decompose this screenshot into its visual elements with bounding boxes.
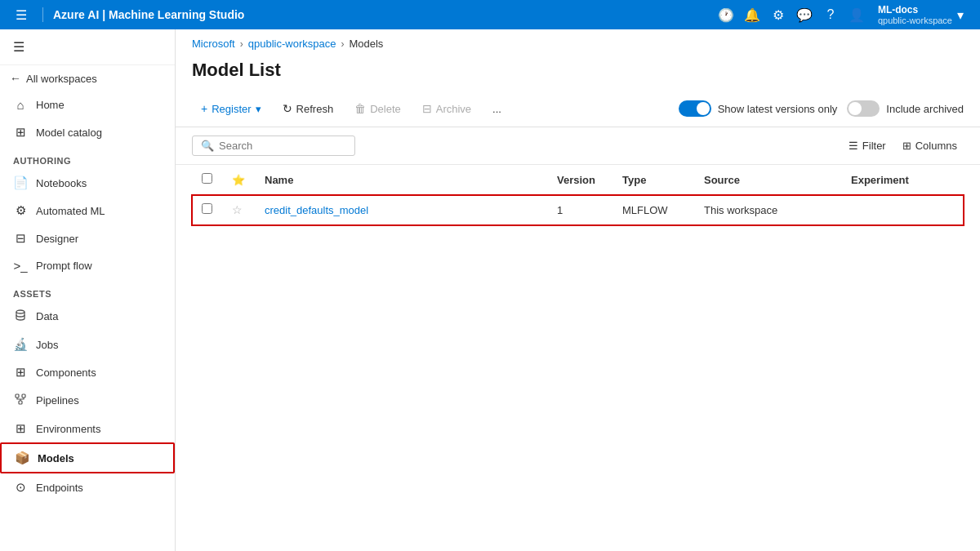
archive-icon: ⊟ <box>422 102 432 115</box>
filter-icon: ☰ <box>849 140 858 152</box>
search-icon: 🔍 <box>201 140 214 152</box>
row-type-cell: MLFLOW <box>612 195 694 225</box>
jobs-icon: 🔬 <box>13 337 28 352</box>
model-name-link[interactable]: credit_defaults_model <box>265 204 368 216</box>
archive-button[interactable]: ⊟ Archive <box>413 97 480 120</box>
assets-section-label: Assets <box>0 279 175 302</box>
sidebar-item-endpoints[interactable]: ⊙ Endpoints <box>0 473 175 501</box>
environments-icon: ⊞ <box>13 421 28 436</box>
sidebar-item-prompt-flow-label: Prompt flow <box>36 260 92 272</box>
breadcrumb-sep-2: › <box>341 38 344 50</box>
settings-icon[interactable]: ⚙ <box>767 3 790 26</box>
models-icon: 📦 <box>15 451 29 465</box>
user-avatar-icon[interactable]: 👤 <box>845 3 868 26</box>
columns-icon: ⊞ <box>902 140 911 152</box>
back-to-workspaces[interactable]: ← All workspaces <box>0 65 175 91</box>
show-latest-toggle-group: Show latest versions only <box>679 100 838 117</box>
sidebar-item-data[interactable]: Data <box>0 302 175 331</box>
help-icon[interactable]: ? <box>819 3 842 26</box>
sidebar-item-model-catalog-label: Model catalog <box>36 127 102 139</box>
toggle-knob <box>697 102 710 115</box>
search-input[interactable] <box>219 140 333 152</box>
components-icon: ⊞ <box>13 365 28 380</box>
refresh-icon: ↻ <box>283 102 292 115</box>
topbar: ☰ Azure AI | Machine Learning Studio 🕐 🔔… <box>0 0 980 29</box>
row-version-cell: 1 <box>547 195 612 225</box>
topbar-left: ☰ Azure AI | Machine Learning Studio <box>10 3 244 26</box>
sidebar-item-designer[interactable]: ⊟ Designer <box>0 224 175 252</box>
sidebar-hamburger[interactable]: ☰ <box>10 36 165 58</box>
star-icon[interactable]: ☆ <box>232 203 243 216</box>
show-latest-toggle[interactable] <box>679 100 711 117</box>
sidebar-item-endpoints-label: Endpoints <box>36 482 83 494</box>
sidebar-item-jobs-label: Jobs <box>36 339 58 351</box>
main-layout: ☰ ← All workspaces ⌂ Home ⊞ Model catalo… <box>0 29 980 551</box>
col-header-experiment: Experiment <box>841 165 964 195</box>
sidebar-item-jobs[interactable]: 🔬 Jobs <box>0 331 175 358</box>
sidebar-item-home[interactable]: ⌂ Home <box>0 91 175 118</box>
svg-rect-1 <box>16 394 19 398</box>
refresh-button[interactable]: ↻ Refresh <box>274 97 343 120</box>
sidebar-item-environments[interactable]: ⊞ Environments <box>0 415 175 442</box>
history-icon[interactable]: 🕐 <box>715 3 737 26</box>
user-workspace: qpublic-workspace <box>878 16 952 25</box>
filter-button[interactable]: ☰ Filter <box>842 136 893 156</box>
refresh-label: Refresh <box>296 103 334 115</box>
register-button[interactable]: + Register ▾ <box>192 97 270 120</box>
col-header-checkbox <box>192 165 222 195</box>
designer-icon: ⊟ <box>13 231 28 246</box>
archive-label: Archive <box>436 103 471 115</box>
sidebar-item-models[interactable]: 📦 Models <box>0 442 175 473</box>
sidebar-item-automated-ml[interactable]: ⚙ Automated ML <box>0 197 175 224</box>
breadcrumb-current: Models <box>349 38 383 50</box>
show-latest-label: Show latest versions only <box>718 103 838 115</box>
row-checkbox-cell <box>192 195 222 225</box>
sidebar-item-model-catalog[interactable]: ⊞ Model catalog <box>0 118 175 146</box>
include-archived-toggle[interactable] <box>847 100 880 117</box>
toggle-knob-2 <box>849 102 862 115</box>
sidebar-item-components[interactable]: ⊞ Components <box>0 358 175 386</box>
delete-label: Delete <box>370 103 401 115</box>
sidebar-item-environments-label: Environments <box>36 423 100 435</box>
breadcrumb-microsoft[interactable]: Microsoft <box>192 38 235 50</box>
columns-button[interactable]: ⊞ Columns <box>896 136 964 156</box>
filter-label: Filter <box>862 140 886 152</box>
row-checkbox[interactable] <box>202 203 212 214</box>
data-icon <box>13 309 28 324</box>
more-button[interactable]: ... <box>483 98 510 120</box>
sidebar-item-pipelines[interactable]: Pipelines <box>0 386 175 415</box>
sidebar-item-notebooks[interactable]: 📄 Notebooks <box>0 169 175 197</box>
search-input-wrap[interactable]: 🔍 <box>192 136 355 156</box>
sidebar-item-automated-ml-label: Automated ML <box>36 205 105 217</box>
back-label: All workspaces <box>26 73 97 85</box>
col-header-name: Name <box>255 165 547 195</box>
model-catalog-icon: ⊞ <box>13 125 28 140</box>
delete-button[interactable]: 🗑 Delete <box>345 97 410 120</box>
col-header-star: ⭐ <box>222 165 255 195</box>
home-icon: ⌂ <box>13 98 28 112</box>
row-experiment-cell <box>841 195 964 225</box>
feedback-icon[interactable]: 💬 <box>793 3 816 26</box>
user-info: ML-docs qpublic-workspace <box>878 4 952 25</box>
sidebar-item-notebooks-label: Notebooks <box>36 177 87 189</box>
row-star-cell: ☆ <box>222 195 255 225</box>
user-profile[interactable]: ML-docs qpublic-workspace ▾ <box>871 2 970 27</box>
back-arrow-icon: ← <box>10 72 21 85</box>
col-header-version: Version <box>547 165 612 195</box>
select-all-checkbox[interactable] <box>202 173 212 184</box>
svg-point-0 <box>16 310 24 313</box>
hamburger-icon[interactable]: ☰ <box>10 3 33 26</box>
topbar-right: 🕐 🔔 ⚙ 💬 ? 👤 ML-docs qpublic-workspace ▾ <box>715 2 970 27</box>
svg-rect-2 <box>22 394 25 398</box>
register-chevron-icon: ▾ <box>256 103 261 115</box>
include-archived-label: Include archived <box>886 103 964 115</box>
more-label: ... <box>492 103 501 115</box>
automated-ml-icon: ⚙ <box>13 203 28 218</box>
bell-icon[interactable]: 🔔 <box>741 3 764 26</box>
register-label: Register <box>212 103 251 115</box>
sidebar-item-components-label: Components <box>36 367 96 379</box>
breadcrumb-workspace[interactable]: qpublic-workspace <box>248 38 336 50</box>
col-header-source: Source <box>694 165 841 195</box>
svg-rect-3 <box>19 401 22 404</box>
sidebar-item-prompt-flow[interactable]: >_ Prompt flow <box>0 252 175 279</box>
